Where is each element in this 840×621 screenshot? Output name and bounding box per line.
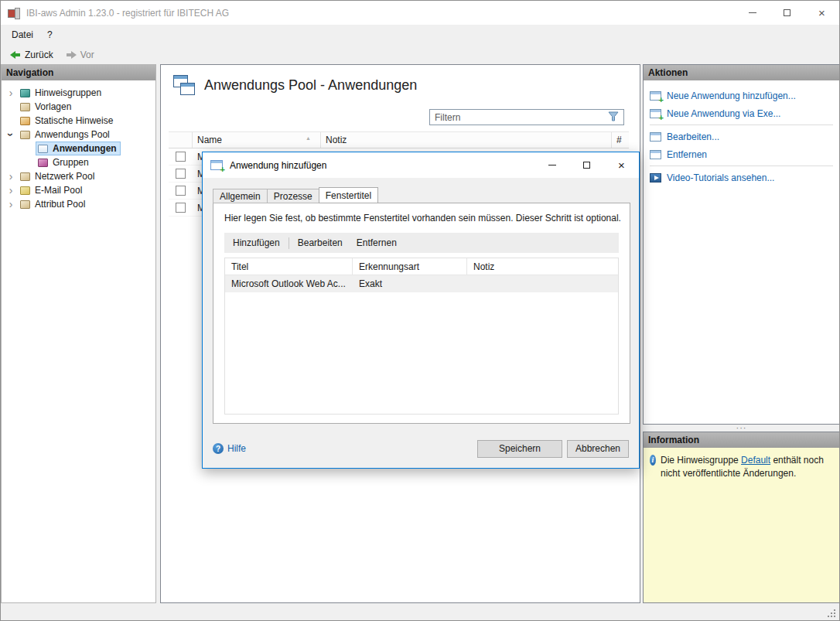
nav-item-attribut-pool[interactable]: › Attribut Pool	[2, 197, 155, 211]
separator	[650, 165, 833, 166]
netzwerk-pool-icon	[20, 172, 30, 181]
chevron-down-icon[interactable]: ›	[6, 129, 15, 140]
maximize-icon	[583, 162, 590, 169]
forward-button[interactable]: Vor	[63, 48, 97, 62]
gruppen-icon	[38, 159, 48, 167]
menubar: Datei ?	[1, 25, 839, 45]
sort-asc-icon: ▲	[306, 135, 311, 141]
tab-allgemein[interactable]: Allgemein	[213, 189, 268, 203]
chevron-right-icon[interactable]: ›	[5, 200, 16, 209]
action-neue-anwendung-hinzufuegen[interactable]: Neue Anwendung hinzufügen...	[644, 87, 839, 104]
window-controls: ×	[735, 1, 839, 25]
nav-item-hinweisgruppen[interactable]: › Hinweisgruppen	[2, 86, 155, 100]
statische-hinweise-icon	[20, 117, 30, 125]
select-all-column	[169, 132, 193, 148]
dialog-maximize-button[interactable]	[569, 152, 604, 178]
attribut-pool-icon	[20, 200, 30, 209]
entfernen-button[interactable]: Entfernen	[350, 234, 404, 251]
minimize-icon	[548, 165, 556, 165]
new-application-exe-icon	[650, 109, 661, 118]
chevron-right-icon[interactable]: ›	[5, 172, 16, 181]
panel-splitter[interactable]: ···	[643, 425, 840, 432]
menu-help[interactable]: ?	[40, 27, 60, 43]
navigation-panel: Navigation › Hinweisgruppen Vorlagen Sta…	[1, 64, 156, 603]
dialog-window-controls: ×	[534, 152, 639, 178]
column-header-count[interactable]: #	[612, 132, 629, 148]
nav-item-anwendungs-pool[interactable]: › Anwendungs Pool	[2, 128, 155, 142]
nav-item-statische-hinweise[interactable]: Statische Hinweise	[2, 114, 155, 128]
filter-input[interactable]: Filtern	[429, 109, 624, 125]
fenstertitel-toolbar: Hinzufügen Bearbeiten Entfernen	[224, 233, 619, 253]
chevron-right-icon[interactable]: ›	[5, 186, 16, 195]
filter-placeholder: Filtern	[435, 112, 608, 123]
nav-toolbar: Zurück Vor	[1, 45, 839, 64]
applications-list-header: Name ▲ Notiz #	[169, 131, 629, 148]
fenstertitel-table: Titel Erkennungsart Notiz Microsoft Outl…	[224, 258, 619, 415]
filter-icon[interactable]	[608, 111, 619, 124]
help-link[interactable]: ? Hilfe	[213, 443, 246, 454]
actions-panel: Aktionen Neue Anwendung hinzufügen... Ne…	[643, 64, 840, 425]
navigation-header: Navigation	[2, 65, 155, 80]
dialog-add-application-icon	[210, 160, 223, 170]
fenstertitel-row[interactable]: Microsoft Outlook Web Ac... Exakt	[225, 275, 618, 292]
maximize-button[interactable]	[770, 1, 804, 25]
back-button[interactable]: Zurück	[7, 48, 56, 62]
action-video-tutorials[interactable]: Video-Tutorials ansehen...	[644, 169, 839, 186]
actions-list: Neue Anwendung hinzufügen... Neue Anwend…	[644, 80, 839, 186]
speichern-button[interactable]: Speichern	[477, 440, 562, 458]
nav-item-vorlagen[interactable]: Vorlagen	[2, 100, 155, 114]
column-header-erkennungsart[interactable]: Erkennungsart	[353, 258, 467, 275]
remove-icon	[650, 150, 661, 159]
window-title: IBI-aws Admin 1.23.0 - registriert für I…	[26, 8, 229, 19]
navigation-tree: › Hinweisgruppen Vorlagen Statische Hinw…	[2, 80, 155, 211]
row-checkbox[interactable]	[176, 203, 186, 213]
information-header: Information	[644, 432, 839, 448]
vorlagen-icon	[20, 103, 30, 111]
resize-grip-icon[interactable]	[834, 616, 835, 617]
dialog-close-button[interactable]: ×	[604, 152, 639, 178]
tab-fenstertitel[interactable]: Fenstertitel	[319, 187, 378, 203]
close-button[interactable]: ×	[804, 1, 839, 25]
email-pool-icon	[20, 186, 30, 195]
tab-prozesse[interactable]: Prozesse	[267, 189, 319, 203]
dialog-tabs: Allgemein Prozesse Fenstertitel	[213, 187, 377, 203]
actions-header: Aktionen	[644, 65, 839, 80]
column-header-name[interactable]: Name ▲	[193, 132, 321, 148]
status-bar	[1, 608, 839, 620]
dialog-minimize-button[interactable]	[534, 152, 569, 178]
dialog-anwendung-hinzufuegen: Anwendung hinzufügen × Allgemein Prozess…	[202, 152, 640, 469]
row-checkbox[interactable]	[176, 152, 186, 162]
column-header-notiz[interactable]: Notiz	[321, 132, 612, 148]
row-checkbox[interactable]	[176, 169, 186, 179]
separator	[289, 237, 289, 249]
dialog-titlebar[interactable]: Anwendung hinzufügen ×	[203, 152, 639, 178]
menu-datei[interactable]: Datei	[5, 27, 40, 43]
row-checkbox[interactable]	[176, 186, 186, 196]
nav-item-anwendungen[interactable]: Anwendungen	[2, 142, 155, 155]
separator	[650, 125, 833, 125]
bearbeiten-button[interactable]: Bearbeiten	[291, 234, 350, 251]
fenstertitel-table-header: Titel Erkennungsart Notiz	[225, 258, 618, 275]
chevron-right-icon[interactable]: ›	[5, 88, 16, 97]
dialog-title: Anwendung hinzufügen	[230, 160, 326, 171]
action-entfernen[interactable]: Entfernen	[644, 145, 839, 163]
column-header-titel[interactable]: Titel	[225, 258, 353, 275]
hinweisgruppen-icon	[20, 89, 30, 97]
dialog-footer: ? Hilfe Speichern Abbrechen	[213, 439, 629, 458]
hinzufuegen-button[interactable]: Hinzufügen	[226, 234, 287, 251]
column-header-notiz[interactable]: Notiz	[467, 258, 618, 275]
minimize-button[interactable]	[735, 1, 770, 25]
close-icon: ×	[618, 159, 625, 171]
info-text-prefix: Die Hinweisgruppe	[661, 455, 741, 466]
action-bearbeiten[interactable]: Bearbeiten...	[644, 128, 839, 145]
nav-item-gruppen[interactable]: Gruppen	[2, 155, 155, 169]
action-neue-anwendung-via-exe[interactable]: Neue Anwendung via Exe...	[644, 104, 839, 122]
titlebar: IBI-aws Admin 1.23.0 - registriert für I…	[1, 1, 839, 25]
back-label: Zurück	[25, 49, 53, 60]
nav-item-email-pool[interactable]: › E-Mail Pool	[2, 183, 155, 197]
default-group-link[interactable]: Default	[741, 455, 770, 466]
anwendungen-icon	[38, 145, 48, 153]
nav-item-netzwerk-pool[interactable]: › Netzwerk Pool	[2, 169, 155, 183]
abbrechen-button[interactable]: Abbrechen	[567, 440, 629, 458]
information-message: i Die Hinweisgruppe Default enthält noch…	[644, 448, 839, 487]
